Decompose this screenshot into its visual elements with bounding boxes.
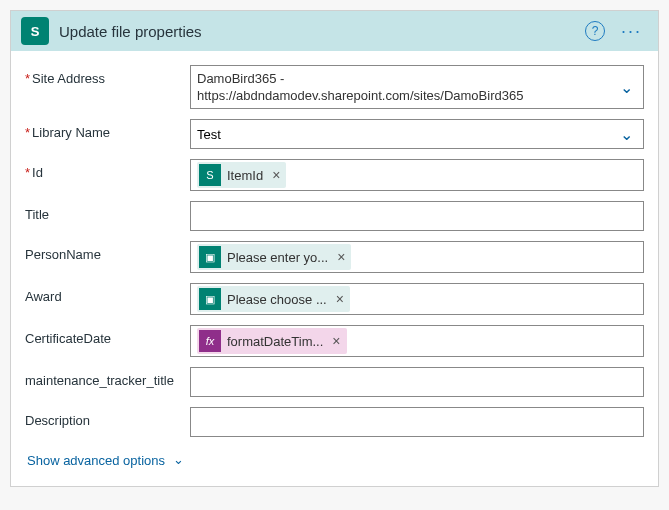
forms-token-icon: ▣ — [199, 246, 221, 268]
input-certificatedate[interactable]: fx formatDateTim... × — [190, 325, 644, 357]
token-itemid[interactable]: S ItemId × — [197, 162, 286, 188]
chevron-down-icon: ⌄ — [173, 452, 184, 467]
card-title: Update file properties — [59, 23, 575, 40]
site-address-url: https://abdndamodev.sharepoint.com/sites… — [197, 88, 609, 103]
label-award: Award — [25, 283, 190, 315]
row-site-address: Site Address DamoBird365 - https://abdnd… — [25, 65, 644, 109]
token-award[interactable]: ▣ Please choose ... × — [197, 286, 350, 312]
forms-token-icon: ▣ — [199, 288, 221, 310]
row-certificatedate: CertificateDate fx formatDateTim... × — [25, 325, 644, 357]
label-title: Title — [25, 201, 190, 231]
sharepoint-icon — [21, 17, 49, 45]
card-header: Update file properties ··· — [11, 11, 658, 51]
input-id[interactable]: S ItemId × — [190, 159, 644, 191]
help-icon[interactable] — [585, 21, 605, 41]
token-remove-icon[interactable]: × — [269, 167, 283, 183]
input-title[interactable] — [190, 201, 644, 231]
token-label: Please choose ... — [227, 292, 327, 307]
row-id: Id S ItemId × — [25, 159, 644, 191]
token-remove-icon[interactable]: × — [334, 249, 348, 265]
label-library-name: Library Name — [25, 119, 190, 149]
chevron-down-icon: ⌄ — [620, 125, 633, 144]
input-maintenance-tracker[interactable] — [190, 367, 644, 397]
row-library-name: Library Name Test ⌄ — [25, 119, 644, 149]
action-card: Update file properties ··· Site Address … — [10, 10, 659, 487]
input-personname[interactable]: ▣ Please enter yo... × — [190, 241, 644, 273]
token-label: formatDateTim... — [227, 334, 323, 349]
row-title: Title — [25, 201, 644, 231]
label-site-address: Site Address — [25, 65, 190, 109]
row-personname: PersonName ▣ Please enter yo... × — [25, 241, 644, 273]
more-menu-icon[interactable]: ··· — [615, 21, 648, 42]
token-personname[interactable]: ▣ Please enter yo... × — [197, 244, 351, 270]
row-description: Description — [25, 407, 644, 437]
input-site-address[interactable]: DamoBird365 - https://abdndamodev.sharep… — [190, 65, 644, 109]
show-advanced-options[interactable]: Show advanced options ⌄ — [25, 447, 186, 482]
advanced-label: Show advanced options — [27, 453, 165, 468]
token-formatdatetime[interactable]: fx formatDateTim... × — [197, 328, 347, 354]
token-label: Please enter yo... — [227, 250, 328, 265]
expression-fx-icon: fx — [199, 330, 221, 352]
token-remove-icon[interactable]: × — [329, 333, 343, 349]
row-maintenance-tracker: maintenance_tracker_title — [25, 367, 644, 397]
label-description: Description — [25, 407, 190, 437]
row-award: Award ▣ Please choose ... × — [25, 283, 644, 315]
chevron-down-icon: ⌄ — [620, 78, 633, 97]
library-name-value: Test — [197, 127, 221, 142]
site-address-name: DamoBird365 - — [197, 71, 609, 86]
input-description[interactable] — [190, 407, 644, 437]
label-personname: PersonName — [25, 241, 190, 273]
label-maintenance-tracker: maintenance_tracker_title — [25, 367, 190, 397]
label-id: Id — [25, 159, 190, 191]
input-library-name[interactable]: Test ⌄ — [190, 119, 644, 149]
token-remove-icon[interactable]: × — [333, 291, 347, 307]
token-label: ItemId — [227, 168, 263, 183]
label-certificatedate: CertificateDate — [25, 325, 190, 357]
card-body: Site Address DamoBird365 - https://abdnd… — [11, 51, 658, 486]
input-award[interactable]: ▣ Please choose ... × — [190, 283, 644, 315]
sharepoint-token-icon: S — [199, 164, 221, 186]
